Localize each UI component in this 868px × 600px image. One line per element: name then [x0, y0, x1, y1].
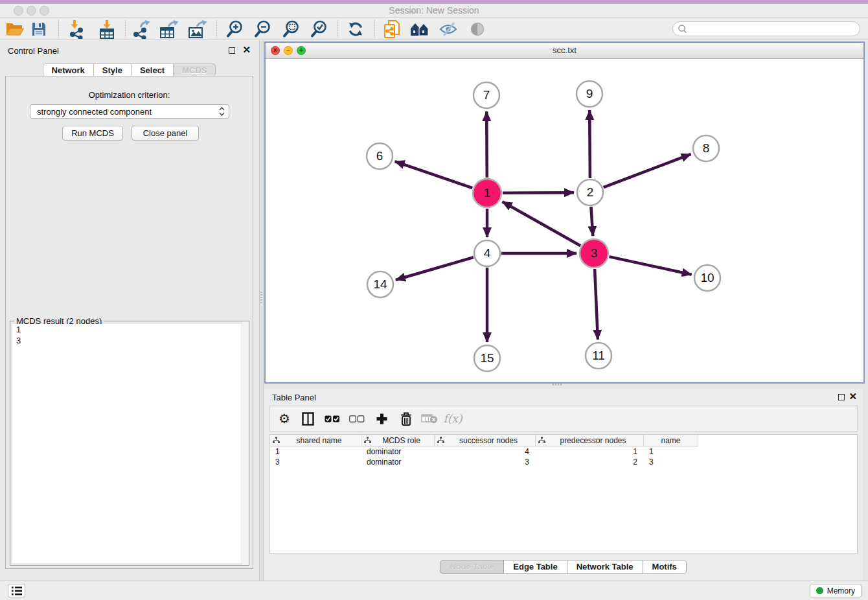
run-mcds-button[interactable]: Run MCDS	[62, 126, 123, 141]
delete-column-button[interactable]	[396, 406, 417, 431]
maximize-window-button[interactable]	[40, 6, 49, 16]
zoom-out-button[interactable]	[251, 19, 273, 39]
graph-node-8[interactable]: 8	[693, 135, 719, 161]
cybrowser-button[interactable]	[381, 19, 403, 39]
tab-select[interactable]: Select	[131, 63, 174, 76]
window-title: Session: New Session	[0, 4, 868, 17]
close-panel-button[interactable]: Close panel	[131, 126, 199, 141]
table-cell[interactable]: 3	[270, 457, 361, 467]
import-table-button[interactable]	[96, 19, 118, 39]
show-columns-button[interactable]	[297, 406, 318, 431]
table-header-row: shared nameMCDS rolesuccessor nodesprede…	[270, 435, 857, 446]
criterion-dropdown[interactable]: strongly connected component	[30, 104, 229, 119]
table-row[interactable]: 3dominator323	[270, 457, 857, 467]
tab-node-table[interactable]: Node Table	[440, 560, 504, 574]
graph-node-3[interactable]: 3	[580, 239, 608, 268]
tab-motifs[interactable]: Motifs	[643, 560, 687, 574]
tab-network-table[interactable]: Network Table	[567, 560, 643, 574]
export-table-button[interactable]	[158, 19, 180, 39]
delete-table-button[interactable]	[419, 406, 440, 431]
float-table-panel-icon[interactable]	[838, 394, 845, 400]
graph-node-1[interactable]: 1	[473, 179, 501, 207]
graph-edge-4-14[interactable]	[396, 257, 474, 280]
task-history-button[interactable]	[8, 584, 25, 597]
graph-edge-2-3[interactable]	[591, 207, 593, 236]
trash-icon	[400, 411, 413, 426]
tab-edge-table[interactable]: Edge Table	[503, 560, 567, 574]
table-cell[interactable]: 4	[435, 446, 536, 457]
import-network-button[interactable]	[67, 19, 89, 39]
graph-edge-1-6[interactable]	[395, 161, 473, 188]
graph-edge-3-1[interactable]	[503, 202, 581, 246]
graph-node-10[interactable]: 10	[694, 265, 720, 291]
tab-mcds[interactable]: MCDS	[173, 63, 216, 76]
zoom-in-button[interactable]	[223, 19, 246, 39]
maximize-network-window-button[interactable]: +	[297, 46, 306, 55]
graph-edge-2-8[interactable]	[604, 154, 691, 187]
table-cell[interactable]: 1	[270, 446, 361, 457]
select-all-columns-button[interactable]	[322, 406, 343, 431]
graph-edge-3-11[interactable]	[595, 269, 598, 340]
table-cell[interactable]: dominator	[361, 457, 435, 467]
column-header-successor-nodes[interactable]: successor nodes	[435, 435, 536, 446]
export-network-button[interactable]	[130, 19, 152, 39]
float-panel-icon[interactable]	[229, 47, 235, 54]
refresh-view-button[interactable]	[345, 19, 367, 39]
column-header-predecessor-nodes[interactable]: predecessor nodes	[536, 435, 644, 446]
table-row[interactable]: 1dominator411	[270, 446, 857, 457]
network-graph[interactable]: 1234678910111415	[266, 59, 863, 382]
toolbar-separator	[216, 20, 217, 38]
unselect-all-columns-button[interactable]	[347, 406, 367, 431]
result-scrollbar[interactable]	[242, 321, 249, 565]
table-cell[interactable]: dominator	[361, 446, 435, 457]
close-table-panel-icon[interactable]: ✕	[849, 391, 857, 402]
column-header-mcds-role[interactable]: MCDS role	[361, 435, 435, 446]
divider-grip[interactable]	[260, 292, 262, 303]
minimize-network-window-button[interactable]: −	[284, 46, 293, 55]
graph-node-9[interactable]: 9	[577, 81, 602, 107]
open-session-button[interactable]	[3, 19, 25, 39]
show-graphics-button[interactable]	[466, 19, 488, 39]
tab-network[interactable]: Network	[43, 63, 94, 76]
network-window-titlebar[interactable]: × − + scc.txt	[266, 43, 863, 59]
column-header-name[interactable]: name	[644, 435, 698, 446]
close-network-window-button[interactable]: ×	[271, 46, 280, 55]
table-settings-button[interactable]: ⚙	[274, 406, 295, 431]
function-builder-button[interactable]: f(x)	[442, 406, 463, 431]
close-window-button[interactable]	[14, 6, 23, 16]
table-cell[interactable]: 1	[644, 446, 698, 457]
close-panel-icon[interactable]: ✕	[242, 44, 251, 56]
column-header-shared-name[interactable]: shared name	[270, 435, 361, 446]
graph-edge-1-2[interactable]	[503, 192, 574, 193]
zoom-selected-button[interactable]	[308, 19, 330, 39]
graph-node-4[interactable]: 4	[474, 240, 500, 266]
hide-graphics-button[interactable]	[437, 19, 459, 39]
save-session-button[interactable]	[28, 19, 50, 39]
table-cell[interactable]: 2	[536, 457, 644, 467]
table-cell[interactable]: 1	[536, 446, 644, 457]
graph-node-6[interactable]: 6	[367, 143, 393, 169]
graph-node-11[interactable]: 11	[586, 343, 611, 369]
minimize-window-button[interactable]	[27, 6, 36, 16]
graph-node-2[interactable]: 2	[577, 179, 603, 205]
export-image-button[interactable]	[187, 19, 209, 39]
zoom-fit-button[interactable]	[280, 19, 302, 39]
graph-node-15[interactable]: 15	[474, 345, 500, 371]
graph-edge-1-7[interactable]	[486, 111, 487, 178]
tab-style[interactable]: Style	[93, 63, 131, 76]
table-cell[interactable]: 3	[644, 457, 698, 467]
search-input[interactable]	[672, 21, 860, 36]
vertical-split-divider[interactable]	[259, 40, 264, 581]
mcds-result-list[interactable]: 13	[12, 324, 247, 563]
graph-node-7[interactable]: 7	[474, 82, 499, 108]
graph-edge-2-9[interactable]	[589, 110, 590, 178]
toolbar-separator	[337, 20, 338, 38]
graph-edge-3-10[interactable]	[610, 257, 692, 275]
create-column-button[interactable]	[371, 406, 392, 431]
status-bar: Memory	[0, 581, 868, 600]
eye-sphere-icon	[469, 21, 486, 38]
ndex-button[interactable]	[409, 19, 431, 39]
graph-node-14[interactable]: 14	[367, 271, 393, 297]
table-cell[interactable]: 3	[435, 457, 536, 467]
memory-button[interactable]: Memory	[810, 584, 862, 597]
